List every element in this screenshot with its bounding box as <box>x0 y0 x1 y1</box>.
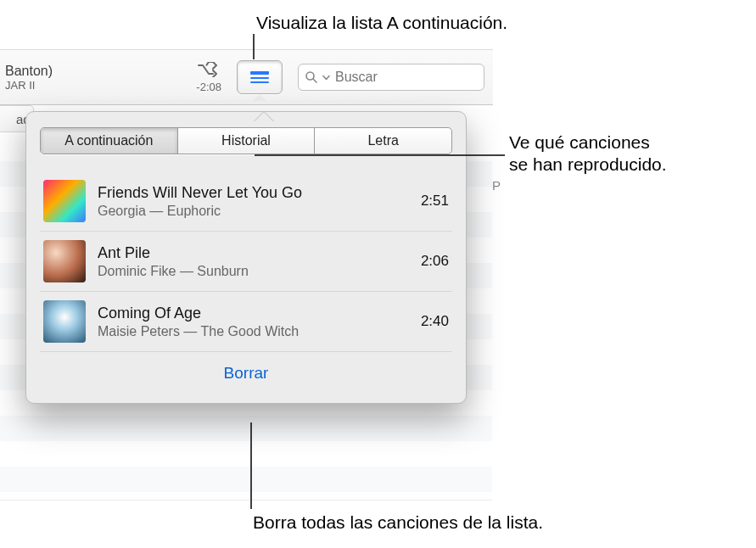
clear-button[interactable]: Borrar <box>224 364 269 382</box>
search-field[interactable] <box>298 64 484 91</box>
toolbar: Banton) JAR II -2:08 <box>0 49 493 105</box>
tab-lyrics[interactable]: Letra <box>314 128 451 154</box>
callout-right-line1: Ve qué canciones <box>509 131 650 154</box>
track-row[interactable]: Ant Pile Dominic Fike — Sunburn 2:06 <box>40 232 452 292</box>
list-icon <box>250 71 269 83</box>
album-art <box>43 240 86 282</box>
chevron-down-icon <box>322 74 330 81</box>
playback-right-cluster: -2:08 <box>196 62 221 93</box>
svg-line-1 <box>313 79 316 82</box>
track-title: Coming Of Age <box>98 305 409 322</box>
track-subtitle: Georgia — Euphoric <box>98 204 409 219</box>
search-icon <box>305 71 317 83</box>
track-title: Ant Pile <box>98 244 409 262</box>
up-next-popover: A continuación Historial Letra Friends W… <box>25 111 467 404</box>
now-playing-title: Banton) <box>5 64 53 79</box>
track-duration: 2:51 <box>421 193 449 210</box>
track-subtitle: Maisie Peters — The Good Witch <box>98 324 409 339</box>
callout-bottom: Borra todas las canciones de la lista. <box>253 512 543 534</box>
tab-history[interactable]: Historial <box>177 128 315 154</box>
track-row[interactable]: Coming Of Age Maisie Peters — The Good W… <box>40 292 452 352</box>
up-next-button[interactable] <box>237 60 283 94</box>
shuffle-icon[interactable] <box>198 62 220 77</box>
track-title: Friends Will Never Let You Go <box>98 184 409 202</box>
track-row[interactable]: Friends Will Never Let You Go Georgia — … <box>40 171 452 232</box>
callout-top: Visualiza la lista A continuación. <box>256 12 507 34</box>
background-column-header: P <box>492 178 501 193</box>
album-art <box>43 300 86 343</box>
track-duration: 2:06 <box>421 253 449 270</box>
tab-up-next[interactable]: A continuación <box>41 128 177 154</box>
now-playing-subtitle: JAR II <box>5 79 53 92</box>
search-input[interactable] <box>335 70 505 85</box>
track-duration: 2:40 <box>421 313 449 330</box>
track-subtitle: Dominic Fike — Sunburn <box>98 264 409 279</box>
callout-right-line2: se han reproducido. <box>509 154 667 176</box>
segmented-control: A continuación Historial Letra <box>40 127 452 154</box>
album-art <box>43 180 86 222</box>
now-playing-display: Banton) JAR II <box>0 64 53 92</box>
time-remaining: -2:08 <box>196 81 221 93</box>
